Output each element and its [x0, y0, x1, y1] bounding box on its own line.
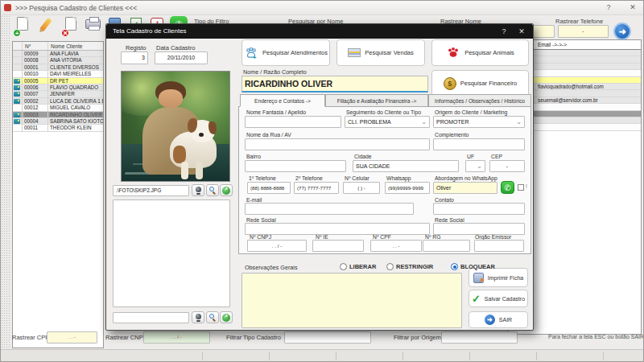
photo-load-button-2[interactable]	[220, 311, 233, 323]
photo-indicator-icon	[13, 84, 23, 90]
client-name: LUCA DE OLIVEIRA 1 DOIS	[48, 98, 103, 104]
save-record-button[interactable]: ✓ Salvar Cadastro	[469, 290, 528, 307]
go-search-button[interactable]: ➜	[613, 23, 631, 40]
new-record-button[interactable]: +	[12, 16, 33, 36]
search-financial-button[interactable]: $ Pesquisar Financeiro	[431, 70, 529, 97]
search-animals-button[interactable]: Pesquisar Animais	[431, 39, 529, 66]
track-phone-label: Rastrear Telefone	[555, 18, 603, 25]
button-label: SAIR	[499, 317, 512, 323]
radio-bloquear-label: BLOQUEAR	[460, 263, 495, 270]
cnpj-input[interactable]: . . / -	[247, 240, 307, 252]
track-cnpj-input[interactable]: . . / -	[143, 331, 210, 343]
help-button[interactable]: ?	[603, 3, 614, 11]
photo-search-button-2[interactable]	[206, 311, 219, 323]
client-row[interactable]: 00001CLIENTE DIVERSOS	[13, 64, 103, 71]
trade-name-input[interactable]	[245, 116, 341, 128]
state-select[interactable]	[465, 160, 485, 172]
observations-textarea[interactable]	[242, 273, 462, 328]
print-button[interactable]	[83, 16, 104, 36]
photo-load-button[interactable]	[220, 184, 233, 196]
print-card-icon	[473, 273, 484, 283]
client-row[interactable]: 00012MIGUEL CAVALO	[13, 105, 103, 111]
tab-informacoes-historico[interactable]: Informações / Observações / Histórico	[428, 94, 531, 107]
red-paw-icon	[446, 46, 460, 60]
email-input[interactable]	[245, 203, 414, 215]
whatsapp-input[interactable]: (99)99999-9999	[385, 182, 430, 194]
search-sales-button[interactable]: Pesquisar Vendas	[336, 39, 425, 66]
client-row[interactable]: 00010DAVI MEIRELLES	[13, 71, 103, 77]
print-card-button[interactable]: Imprimir Ficha	[469, 268, 528, 287]
social-network2-input[interactable]	[433, 223, 525, 235]
client-row[interactable]: 00004SABRINA SATO KIOTO	[13, 118, 103, 125]
street-label: Nome da Rua / AV	[246, 132, 291, 138]
search-attendances-button[interactable]: + Pesquisar Atendimentos	[242, 39, 330, 66]
client-name: FLAVIO QUADRADO	[48, 84, 103, 90]
webcam-capture-button[interactable]	[192, 184, 204, 196]
track-cnpj-label: Rastrear CNPJ	[105, 334, 146, 341]
secondary-list-box[interactable]	[113, 200, 230, 307]
issuer-input[interactable]	[474, 240, 524, 252]
button-label: Pesquisar Atendimentos	[262, 49, 328, 56]
full-name-input[interactable]: RICARDINHO OLIVER	[242, 76, 428, 93]
client-row[interactable]: 00006FLAVIO QUADRADO	[13, 84, 103, 91]
ie-input[interactable]	[312, 240, 364, 252]
client-origin-select[interactable]: PROMOTER	[433, 116, 525, 128]
rg-input[interactable]	[423, 240, 470, 252]
edit-record-button[interactable]	[36, 16, 57, 36]
client-row[interactable]: 00008ANA VITÓRIA	[13, 57, 103, 64]
cpf-input[interactable]: . . -	[370, 240, 422, 252]
client-number: 00010	[23, 71, 48, 76]
photo-path-input[interactable]: .\FOTO\SKIP2.JPG	[113, 185, 189, 196]
complement-input[interactable]	[433, 138, 525, 150]
client-row[interactable]: 00009ANA FLAVIA	[13, 51, 103, 57]
close-button[interactable]: ✕	[627, 3, 638, 11]
whatsapp-approach-input[interactable]: Oliver	[433, 182, 497, 194]
photo-indicator-empty	[13, 125, 23, 130]
social-network-input[interactable]	[245, 223, 430, 235]
zip-input[interactable]: -	[489, 160, 525, 172]
filter-type-cadastro-input[interactable]	[284, 331, 371, 343]
open-whatsapp-button[interactable]: ✆	[501, 181, 514, 194]
client-list-header: Nº Nome Cliente	[13, 42, 103, 51]
client-row[interactable]: 00003RICARDINHO OLIVER	[13, 112, 103, 118]
client-number: 00003	[23, 112, 48, 117]
dog-leg	[181, 162, 188, 179]
client-row[interactable]: 00007JENNIFER	[13, 91, 103, 97]
status-bar	[1, 349, 643, 362]
dialog-help-button[interactable]: ?	[497, 24, 510, 39]
track-phone-input[interactable]: -	[558, 25, 609, 38]
client-row[interactable]: 00005DR PET	[13, 78, 103, 84]
cellphone-input[interactable]: ( ) -	[343, 182, 380, 194]
tab-endereco-contatos[interactable]: Endereço e Contatos ->	[240, 94, 325, 107]
district-input[interactable]	[245, 160, 346, 172]
dog-nose	[199, 133, 204, 137]
whatsapp-checkbox[interactable]	[518, 184, 524, 191]
client-segment-select[interactable]: CLI. PROBLEMA	[345, 116, 430, 128]
contact-input[interactable]	[433, 203, 525, 215]
exit-button[interactable]: ➜ SAIR	[469, 311, 528, 328]
radio-liberar[interactable]	[340, 263, 347, 270]
check-icon: ✓	[472, 293, 481, 305]
radio-restringir[interactable]	[386, 263, 394, 270]
track-cpf-input[interactable]: . . -	[47, 331, 97, 343]
dog-patch	[173, 146, 186, 163]
secondary-photo-input[interactable]	[113, 312, 189, 323]
city-input[interactable]: SUA CIDADE	[353, 160, 459, 172]
phone2-input[interactable]: (77) 7777-7777	[294, 182, 339, 194]
client-row[interactable]: 00011THEODOR KLEIN	[13, 125, 103, 131]
webcam-capture-button-2[interactable]	[192, 311, 204, 323]
client-list[interactable]: Nº Nome Cliente 00009ANA FLAVIA00008ANA …	[12, 41, 104, 348]
green-go-icon	[222, 187, 230, 195]
radio-bloquear[interactable]	[451, 263, 458, 270]
photo-search-button[interactable]	[206, 184, 219, 196]
filter-origin-input[interactable]	[441, 331, 518, 343]
register-date-label: Data Cadastro	[156, 44, 195, 51]
client-row[interactable]: 00002LUCA DE OLIVEIRA 1 DOIS	[13, 98, 103, 105]
tab-filiacao-financeira[interactable]: Filiação e Avaliação Financeira ->	[325, 94, 428, 107]
dialog-close-button[interactable]: ✕	[515, 24, 528, 39]
phone1-input[interactable]: (88) 8888-8888	[247, 182, 291, 194]
whatsapp-label: Whatsapp	[386, 175, 411, 181]
paw-plus-icon: +	[244, 46, 258, 60]
street-input[interactable]	[245, 138, 430, 150]
delete-record-button[interactable]: ✕	[60, 16, 81, 36]
